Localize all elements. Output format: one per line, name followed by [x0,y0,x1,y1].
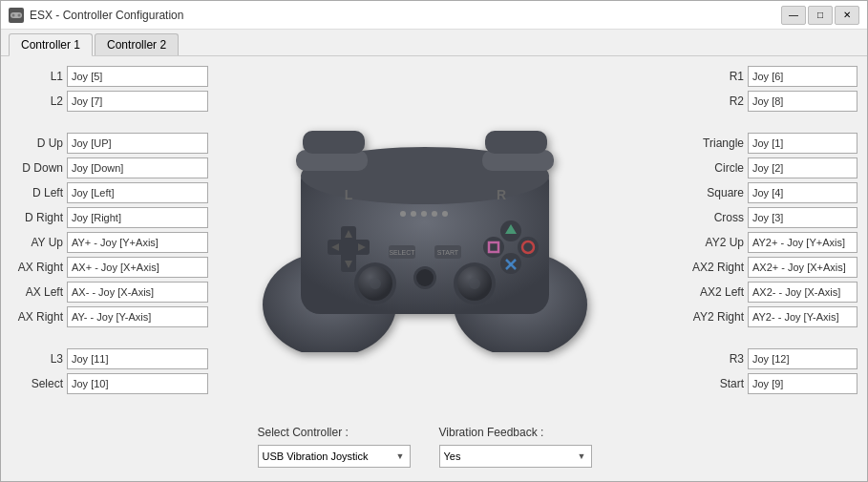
svg-rect-9 [303,131,365,154]
svg-point-38 [483,237,504,258]
svg-text:L: L [344,187,352,202]
ddown-input[interactable] [67,157,208,178]
ax2right-label: AX2 Right [692,261,744,274]
svg-point-1 [12,13,15,16]
right-panel: R1 R2 Triangle Circle Square [647,66,857,472]
ay2up-row: AY2 Up [647,232,857,253]
vibration-select-wrapper: Yes No [439,445,592,468]
select-input[interactable] [67,373,208,394]
tab-controller1[interactable]: Controller 1 [9,33,93,56]
ay2right-row: AY2 Right [647,306,857,327]
dright-input[interactable] [67,207,208,228]
dleft-label: D Left [11,186,63,199]
r1-row: R1 [647,66,857,87]
ax2left-label: AX2 Left [700,285,744,299]
dup-label: D Up [11,136,63,150]
start-input[interactable] [748,373,857,394]
controller-select[interactable]: USB Vibration Joystick [258,445,411,468]
circle-label: Circle [714,161,744,175]
svg-point-2 [18,13,21,16]
ax2right-row: AX2 Right [647,257,857,278]
app-icon [9,8,24,23]
controller-display: SELECT START [243,66,606,362]
ay2right-label: AY2 Right [693,310,744,324]
l3-label: L3 [11,352,63,366]
dup-input[interactable] [67,133,208,154]
vibration-select[interactable]: Yes No [439,445,592,468]
bottom-controls: Select Controller : USB Vibration Joysti… [258,416,592,472]
dup-row: D Up [11,133,201,154]
controller-select-group: Select Controller : USB Vibration Joysti… [258,426,411,468]
triangle-row: Triangle [647,133,857,154]
ax2right-input[interactable] [748,257,857,278]
ay2up-label: AY2 Up [706,236,744,249]
ddown-row: D Down [11,157,201,178]
svg-point-33 [469,278,480,289]
select-label: Select [11,377,63,390]
l3-input[interactable] [67,348,208,369]
ax2left-input[interactable] [748,282,857,303]
ax2left-row: AX2 Left [647,282,857,303]
main-content: L1 L2 D Up D Down D Left [1,56,867,481]
circle-input[interactable] [748,157,857,178]
svg-text:START: START [436,249,458,256]
r2-label: R2 [730,94,744,108]
select-row: Select [11,373,201,394]
axright2-input[interactable] [67,306,208,327]
ay2up-input[interactable] [748,232,857,253]
cross-input[interactable] [748,207,857,228]
dright-row: D Right [11,207,201,228]
svg-point-27 [442,211,448,217]
main-window: ESX - Controller Configuration — □ ✕ Con… [0,0,868,482]
center-panel: SELECT START [209,66,640,472]
left-panel: L1 L2 D Up D Down D Left [11,66,201,472]
cross-row: Cross [647,207,857,228]
axright-row: AX Right [11,257,201,278]
ay2right-input[interactable] [748,306,857,327]
axright2-row: AX Right [11,306,201,327]
axright-input[interactable] [67,257,208,278]
l1-row: L1 [11,66,201,87]
tab-controller2[interactable]: Controller 2 [95,33,179,55]
controller-select-wrapper: USB Vibration Joystick [258,445,411,468]
l2-label: L2 [11,94,63,108]
svg-text:R: R [496,187,505,202]
svg-point-25 [421,211,427,217]
title-bar: ESX - Controller Configuration — □ ✕ [1,1,867,30]
triangle-label: Triangle [703,136,744,150]
l1-label: L1 [11,70,63,83]
ayup-row: AY Up [11,232,201,253]
axright2-label: AX Right [11,310,63,324]
dright-label: D Right [11,211,63,224]
maximize-button[interactable]: □ [808,6,833,25]
ayup-label: AY Up [11,236,63,249]
axleft-label: AX Left [11,285,63,299]
svg-point-26 [432,211,437,217]
svg-point-23 [400,211,406,217]
tab-bar: Controller 1 Controller 2 [1,30,867,56]
r2-row: R2 [647,91,857,112]
controller-select-label: Select Controller : [258,426,411,439]
window-controls: — □ ✕ [781,6,859,25]
r2-input[interactable] [748,91,857,112]
r3-input[interactable] [748,348,857,369]
minimize-button[interactable]: — [781,6,806,25]
close-button[interactable]: ✕ [835,6,859,25]
dleft-input[interactable] [67,182,208,203]
triangle-input[interactable] [748,133,857,154]
r1-input[interactable] [748,66,857,87]
r1-label: R1 [730,70,744,83]
window-title: ESX - Controller Configuration [30,9,781,22]
l2-input[interactable] [67,91,208,112]
svg-point-36 [518,237,539,258]
r3-label: R3 [730,352,744,366]
axleft-input[interactable] [67,282,208,303]
square-input[interactable] [748,182,857,203]
axleft-row: AX Left [11,282,201,303]
l1-input[interactable] [67,66,208,87]
svg-point-30 [370,278,381,289]
vibration-group: Vibration Feedback : Yes No [439,426,592,468]
ayup-input[interactable] [67,232,208,253]
axright-label: AX Right [11,261,63,274]
square-row: Square [647,182,857,203]
